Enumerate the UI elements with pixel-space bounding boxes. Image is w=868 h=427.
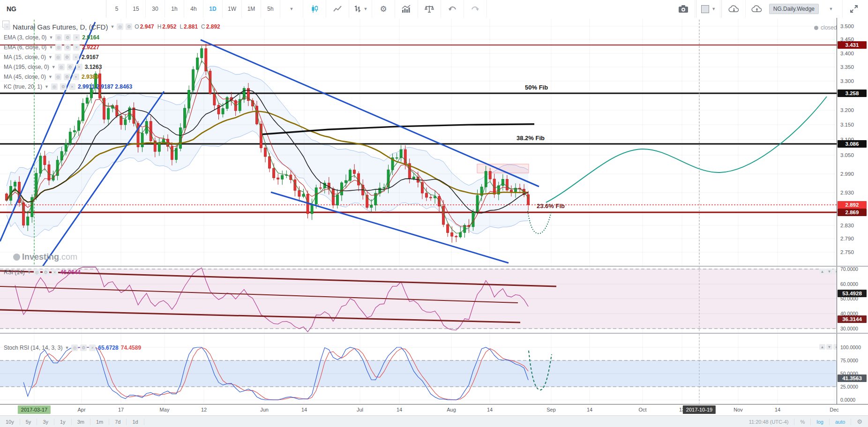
layout-single-icon	[701, 5, 709, 13]
chevron-down-icon[interactable]: ▼	[65, 345, 69, 350]
maximize-icon[interactable]: ▼	[826, 344, 832, 350]
range-1m[interactable]: 1m	[90, 419, 109, 425]
load-layout-button[interactable]	[723, 0, 746, 18]
gear-icon[interactable]: ⚙	[60, 83, 67, 90]
chevron-down-icon[interactable]: ▼	[48, 55, 52, 60]
redo-button[interactable]	[464, 0, 487, 18]
interval-15[interactable]: 15	[127, 0, 146, 18]
line-style-button[interactable]	[326, 0, 349, 18]
collapse-icon[interactable]: ▲	[819, 344, 825, 350]
close-icon[interactable]: ×	[73, 44, 80, 51]
time-tick-label: 14	[487, 407, 493, 412]
range-7d[interactable]: 7d	[109, 419, 127, 425]
chevron-down-icon[interactable]: ▼	[52, 65, 56, 69]
chevron-down-icon[interactable]: ▼	[110, 24, 114, 29]
gear-icon[interactable]: ⚙	[43, 269, 49, 276]
eye-icon[interactable]: ◎	[58, 64, 65, 70]
eye-icon[interactable]: ◎	[55, 74, 61, 80]
gear-icon[interactable]: ⚙	[67, 64, 74, 70]
eye-icon[interactable]: ◎	[55, 54, 61, 60]
eye-icon[interactable]: ◎	[71, 345, 78, 351]
range-1y[interactable]: 1y	[54, 419, 72, 425]
time-axis[interactable]: Apr17May12Jun14Jul14Aug14Sep14Oct13Nov14…	[0, 404, 868, 416]
compare-button[interactable]	[418, 0, 441, 18]
indicator-value: 2.9911 2.9187 2.8463	[78, 83, 132, 90]
layout-name-chip[interactable]: NG.Daily.Wedge	[769, 4, 819, 14]
gear-icon[interactable]: ⚙	[80, 345, 87, 351]
gear-icon[interactable]: ⚙	[64, 54, 70, 60]
interval-1h[interactable]: 1h	[165, 0, 184, 18]
gear-icon[interactable]: ⚙	[64, 44, 71, 51]
close-icon[interactable]: ×	[89, 345, 96, 351]
interval-30[interactable]: 30	[146, 0, 165, 18]
range-5y[interactable]: 5y	[20, 419, 37, 425]
eye-icon[interactable]: ◎	[55, 34, 62, 41]
chevron-down-icon[interactable]: ▼	[49, 35, 53, 40]
interval-1M[interactable]: 1M	[242, 0, 261, 18]
auto-scale-button[interactable]: auto	[829, 419, 851, 425]
save-layout-button[interactable]	[746, 0, 768, 18]
fullscreen-button[interactable]	[843, 0, 865, 18]
close-icon[interactable]: ×	[73, 54, 79, 60]
range-3m[interactable]: 3m	[72, 419, 90, 425]
fullscreen-icon	[850, 5, 858, 13]
gear-icon[interactable]: ⚙	[64, 74, 70, 80]
range-10y[interactable]: 10y	[0, 419, 20, 425]
time-tick-label: Apr	[77, 407, 85, 412]
chevron-down-icon[interactable]: ▼	[49, 45, 53, 50]
redo-icon	[471, 6, 479, 12]
divider	[106, 0, 106, 18]
close-icon[interactable]: ×	[73, 74, 79, 80]
time-tick-label: 14	[587, 407, 592, 412]
interval-4h[interactable]: 4h	[184, 0, 203, 18]
collapse-icon[interactable]: −	[4, 23, 10, 30]
pane-separator-stoch[interactable]	[0, 333, 868, 334]
indicator-name: MA (45, close, 0)	[4, 74, 46, 80]
pane-separator-rsi[interactable]	[0, 266, 868, 267]
price-axis[interactable]: 3.5003.4503.4003.3503.3003.2003.1503.100…	[837, 18, 868, 404]
eye-icon[interactable]: ◎	[55, 44, 62, 51]
interval-1D[interactable]: 1D	[203, 0, 223, 18]
chevron-down-icon[interactable]: ▼	[27, 270, 31, 275]
interval-1W[interactable]: 1W	[223, 0, 242, 18]
close-icon[interactable]: ×	[69, 83, 75, 90]
undo-button[interactable]	[441, 0, 464, 18]
bar-style-button[interactable]: ▼	[349, 0, 372, 18]
close-icon[interactable]: ×	[73, 34, 80, 41]
bottom-toolbar: 10y5y3y1y3m1m7d1d 11:20:48 (UTC-4) % log…	[0, 415, 868, 427]
log-scale-button[interactable]: log	[810, 419, 829, 425]
indicators-button[interactable]	[395, 0, 418, 18]
interval-5h[interactable]: 5h	[261, 0, 280, 18]
layout-dropdown-button[interactable]: ▼	[820, 0, 843, 18]
symbol-input[interactable]: NG	[0, 5, 105, 13]
chart-properties-button[interactable]: ⚙	[372, 0, 395, 18]
chevron-down-icon[interactable]: ▼	[45, 84, 49, 89]
axis-tick-label: 2.990	[840, 171, 854, 177]
range-1d[interactable]: 1d	[127, 419, 144, 425]
percent-scale-button[interactable]: %	[794, 419, 810, 425]
interval-dropdown-button[interactable]: ▼	[280, 0, 303, 18]
chevron-down-icon[interactable]: ▼	[48, 75, 52, 79]
close-icon[interactable]: ×	[52, 269, 58, 276]
eye-icon[interactable]: ◎	[34, 269, 40, 276]
rsi-value: 46.9644	[60, 269, 81, 276]
candlestick-style-button[interactable]	[303, 0, 326, 18]
eye-icon[interactable]: ◎	[117, 23, 123, 30]
time-tick-label: Nov	[733, 407, 743, 412]
axis-tick-label: 60.0000	[840, 281, 858, 287]
time-badge: 2017-03-17	[18, 405, 51, 414]
gear-icon[interactable]: ⚙	[126, 23, 132, 30]
range-3y[interactable]: 3y	[37, 419, 54, 425]
interval-5[interactable]: 5	[107, 0, 127, 18]
maximize-icon[interactable]: ▼	[826, 269, 832, 274]
collapse-icon[interactable]: ▲	[819, 269, 825, 274]
layout-select-button[interactable]: ▼	[697, 0, 720, 18]
indicator-legend-row: MA (15, close, 0)▼◎⚙×2.9167	[4, 53, 99, 61]
axis-settings-gear-icon[interactable]: ⚙	[851, 419, 868, 425]
indicator-legend-row: KC (true, 20, 1)▼◎⚙×2.9911 2.9187 2.8463	[4, 82, 132, 91]
fib-label: 38.2% Fib	[516, 135, 545, 142]
gear-icon[interactable]: ⚙	[64, 34, 71, 41]
eye-icon[interactable]: ◎	[51, 83, 58, 90]
close-icon[interactable]: ×	[76, 64, 82, 70]
snapshot-button[interactable]	[672, 0, 695, 18]
